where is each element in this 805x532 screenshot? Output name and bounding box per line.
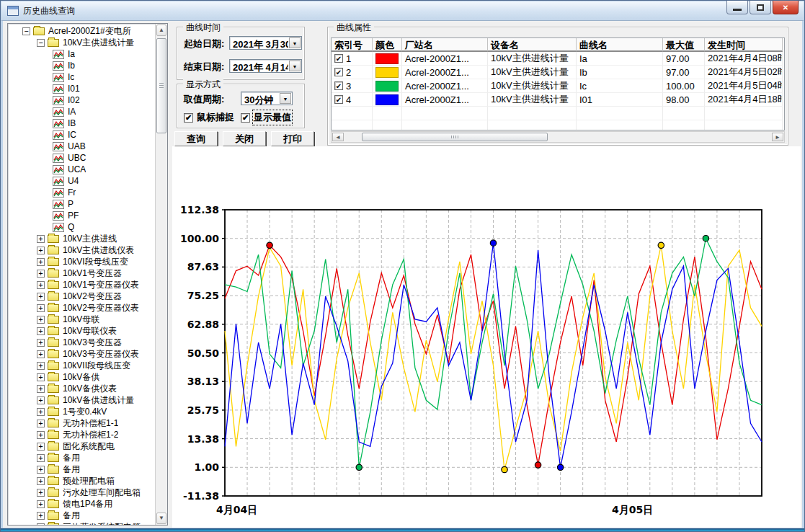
tree-item[interactable]: UCA xyxy=(8,164,155,175)
table-column-header[interactable]: 索引号 xyxy=(332,38,373,52)
tree-item[interactable]: PF xyxy=(8,210,155,221)
tree-item[interactable]: +10kV备供进线计量 xyxy=(8,394,155,406)
tree-item[interactable]: +10kV2号变压器仪表 xyxy=(8,302,155,314)
period-dropdown-arrow[interactable]: ▼ xyxy=(280,93,291,104)
expand-icon[interactable]: + xyxy=(37,512,45,520)
end-date-select[interactable]: 2021年 4月14 ▼ xyxy=(229,59,302,73)
show-extremes-checkbox[interactable]: ✔ xyxy=(241,113,250,123)
tree-vertical-scrollbar[interactable]: ▲ ▼ xyxy=(155,24,167,525)
row-visibility-checkbox[interactable]: ✔ xyxy=(334,95,343,104)
expand-icon[interactable]: + xyxy=(37,454,45,462)
expand-icon[interactable]: + xyxy=(37,350,45,358)
period-select[interactable]: 30分钟 ▼ xyxy=(241,92,293,105)
tree-item[interactable]: +备用 xyxy=(8,464,155,475)
tree-item[interactable]: UAB xyxy=(8,141,155,152)
minimize-button[interactable] xyxy=(726,1,748,14)
expand-icon[interactable]: + xyxy=(37,362,45,370)
expand-icon[interactable]: + xyxy=(37,431,45,439)
tree-item[interactable]: +固化系统配电 xyxy=(8,440,155,452)
expand-icon[interactable]: + xyxy=(37,327,45,335)
table-column-header[interactable]: 曲线名 xyxy=(577,38,663,52)
expand-icon[interactable]: + xyxy=(37,396,45,404)
expand-icon[interactable]: + xyxy=(37,408,45,416)
tree-item[interactable]: +10kV1号变压器仪表 xyxy=(8,279,155,291)
tree-item[interactable]: +10kV主供进线 xyxy=(8,233,155,244)
expand-icon[interactable]: + xyxy=(37,293,45,301)
tree-item[interactable]: U4 xyxy=(8,175,155,187)
tree-item[interactable]: IA xyxy=(8,106,155,118)
tree-item[interactable]: +预处理配电箱 xyxy=(8,475,155,487)
expand-icon[interactable]: + xyxy=(37,304,45,312)
expand-icon[interactable]: + xyxy=(37,385,45,393)
table-column-header[interactable]: 厂站名 xyxy=(402,38,488,52)
tree-item[interactable]: +馈电1P4备用 xyxy=(8,498,155,510)
maximize-button[interactable] xyxy=(750,1,771,14)
table-horizontal-scrollbar[interactable]: ◄ ► xyxy=(331,131,785,143)
tree-item[interactable]: +无功补偿柜1-1 xyxy=(8,417,155,429)
tree-item[interactable]: +10kV主供进线仪表 xyxy=(8,244,155,256)
row-visibility-checkbox[interactable]: ✔ xyxy=(334,81,343,90)
end-date-dropdown-arrow[interactable]: ▼ xyxy=(289,61,301,71)
expand-icon[interactable]: + xyxy=(37,466,45,474)
tree-item[interactable]: Ia xyxy=(8,48,155,60)
tree-scrollbar-thumb[interactable] xyxy=(156,38,166,133)
tree-item[interactable]: I01 xyxy=(8,83,155,94)
scroll-up-arrow[interactable]: ▲ xyxy=(156,25,166,36)
table-column-header[interactable]: 发生时间 xyxy=(705,38,783,52)
expand-icon[interactable]: + xyxy=(37,339,45,347)
tree-item[interactable]: +10kV母联仪表 xyxy=(8,325,155,337)
tree-item[interactable]: −10kV主供进线计量 xyxy=(8,37,155,48)
tree-item[interactable]: +备用 xyxy=(8,452,155,464)
table-column-header[interactable]: 颜色 xyxy=(373,38,402,52)
tree-item[interactable]: +10kVI段母线压变 xyxy=(8,256,155,267)
expand-icon[interactable]: + xyxy=(37,281,45,289)
scroll-down-arrow[interactable]: ▼ xyxy=(156,513,166,524)
table-row[interactable]: ✔3Acrel-2000Z1...10kV主供进线计量Ic100.002021年… xyxy=(332,79,784,93)
expand-icon[interactable]: + xyxy=(37,247,45,254)
query-button[interactable]: 查询 xyxy=(174,131,218,146)
tree-item[interactable]: Fr xyxy=(8,187,155,198)
row-visibility-checkbox[interactable]: ✔ xyxy=(334,54,343,63)
expand-icon[interactable]: + xyxy=(37,316,45,324)
tree-item[interactable]: P xyxy=(8,198,155,210)
table-column-header[interactable]: 设备名 xyxy=(488,38,577,52)
tree-item[interactable]: +10kV备供仪表 xyxy=(8,383,155,394)
tree-item[interactable]: +10kVII段母线压变 xyxy=(8,360,155,371)
close-dialog-button[interactable]: 关闭 xyxy=(223,131,266,146)
print-button[interactable]: 打印 xyxy=(271,131,314,146)
tree-item[interactable]: I02 xyxy=(8,94,155,106)
tree-item[interactable]: +10kV3号变压器 xyxy=(8,337,155,348)
title-bar[interactable]: 历史曲线查询 xyxy=(1,1,804,21)
tree-item[interactable]: +无功补偿柜1-2 xyxy=(8,429,155,440)
tree-item[interactable]: IB xyxy=(8,118,155,129)
tree-item[interactable]: +备用 xyxy=(8,510,155,521)
start-date-select[interactable]: 2021年 3月30 ▼ xyxy=(229,36,302,50)
close-button[interactable]: ✕ xyxy=(773,1,799,14)
table-scrollbar-thumb[interactable] xyxy=(362,133,548,141)
expand-icon[interactable]: + xyxy=(37,270,45,278)
tree-item[interactable]: Q xyxy=(8,221,155,233)
collapse-icon[interactable]: − xyxy=(37,39,45,47)
scroll-right-arrow[interactable]: ► xyxy=(772,133,783,141)
tree-item[interactable]: +三效蒸发系统配电箱 xyxy=(8,521,155,525)
tree-item[interactable]: UBC xyxy=(8,152,155,164)
tree-item[interactable]: Ic xyxy=(8,71,155,83)
expand-icon[interactable]: + xyxy=(37,443,45,451)
table-row[interactable]: ✔2Acrel-2000Z1...10kV主供进线计量Ib97.002021年4… xyxy=(332,66,784,79)
expand-icon[interactable]: + xyxy=(37,420,45,427)
tree-item[interactable]: +10kV2号变压器 xyxy=(8,291,155,302)
expand-icon[interactable]: + xyxy=(37,235,45,243)
expand-icon[interactable]: + xyxy=(37,489,45,497)
mouse-capture-checkbox[interactable]: ✔ xyxy=(184,113,193,123)
table-row[interactable]: ✔1Acrel-2000Z1...10kV主供进线计量Ia97.002021年4… xyxy=(332,52,784,66)
expand-icon[interactable]: + xyxy=(37,523,45,526)
expand-icon[interactable]: + xyxy=(37,258,45,266)
expand-icon[interactable]: + xyxy=(37,477,45,485)
tree-item[interactable]: −Acrel-2000Z1#变电所 xyxy=(8,25,155,37)
tree-item[interactable]: +1号变0.4kV xyxy=(8,406,155,417)
expand-icon[interactable]: + xyxy=(37,373,45,381)
row-visibility-checkbox[interactable]: ✔ xyxy=(334,68,343,76)
table-row[interactable]: ✔4Acrel-2000Z1...10kV主供进线计量I0198.002021年… xyxy=(332,93,784,107)
scroll-left-arrow[interactable]: ◄ xyxy=(332,133,344,141)
tree-item[interactable]: IC xyxy=(8,129,155,141)
